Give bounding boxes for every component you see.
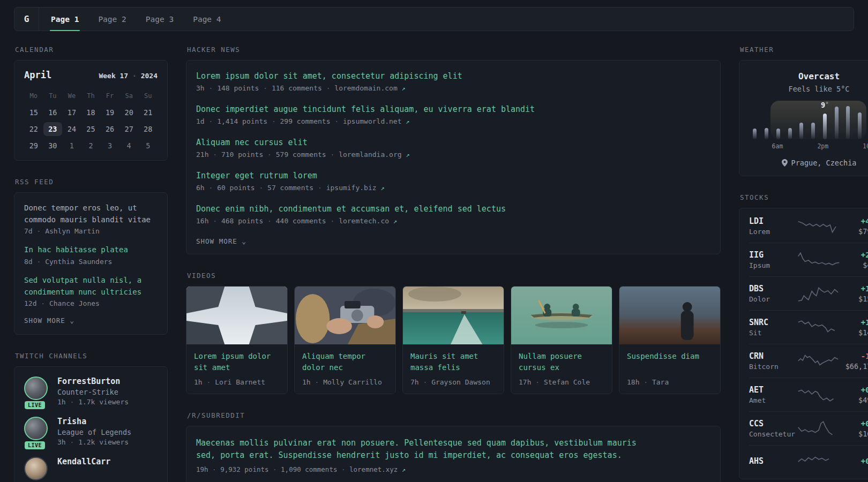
- calendar-day[interactable]: 18: [81, 106, 101, 119]
- calendar-day-next-month[interactable]: 2: [81, 139, 101, 153]
- rss-section-label: RSS FEED: [15, 178, 168, 186]
- video-card[interactable]: Aliquam tempor dolor nec pharetra… 1h · …: [294, 286, 396, 394]
- video-strip: Lorem ipsum dolor sit amet consectetu… 1…: [186, 286, 721, 394]
- story-comments[interactable]: 116 comments: [272, 84, 322, 92]
- story-domain[interactable]: loremtech.co: [339, 217, 389, 225]
- hn-story-title[interactable]: Lorem ipsum dolor sit amet, consectetur …: [196, 71, 710, 81]
- story-domain[interactable]: ipsumworld.net: [343, 117, 402, 125]
- rss-card: Donec tempor eros leo, ut commodo mauris…: [14, 192, 168, 335]
- video-author: Stefan Cole: [544, 378, 590, 386]
- twitch-channel-meta: 3h · 1.2k viewers: [57, 438, 131, 446]
- hn-story-title[interactable]: Donec imperdiet augue tincidunt felis al…: [196, 104, 710, 114]
- tab-page-1[interactable]: Page 1: [51, 7, 79, 31]
- video-title[interactable]: Aliquam tempor dolor nec pharetra…: [302, 351, 388, 373]
- video-card[interactable]: Mauris sit amet massa felis 7h · Grayson…: [402, 286, 504, 394]
- video-card[interactable]: Suspendisse diam 18h · Tara: [619, 286, 721, 394]
- stock-price: $148.64: [841, 328, 868, 337]
- video-card[interactable]: Nullam posuere cursus ex 17h · Stefan Co…: [511, 286, 612, 394]
- calendar-day-next-month[interactable]: 5: [138, 139, 158, 153]
- video-meta: 1h · Lori Barnett: [194, 378, 280, 386]
- app-logo[interactable]: G: [14, 7, 39, 31]
- stock-row[interactable]: CRN Bitcorn -1.00% $66,171.48: [749, 344, 868, 378]
- rss-show-more-button[interactable]: SHOW MORE ⌄: [24, 317, 158, 325]
- stock-row[interactable]: AET Amet +0.92% $499.72: [749, 378, 868, 411]
- calendar-day[interactable]: 27: [119, 122, 139, 136]
- stock-sparkline: [798, 386, 840, 404]
- story-comments[interactable]: 299 comments: [280, 117, 331, 125]
- stock-row[interactable]: CCS Consectetur +0.51% $165.84: [749, 411, 868, 445]
- twitch-channel-row[interactable]: LIVE ForrestBurton Counter-Strike 1h · 1…: [24, 376, 158, 406]
- stock-row[interactable]: SNRC Sit +1.36% $148.64: [749, 310, 868, 344]
- video-title[interactable]: Lorem ipsum dolor sit amet consectetu…: [194, 351, 280, 373]
- story-domain[interactable]: ipsumify.biz: [326, 184, 377, 192]
- calendar-day[interactable]: 19: [100, 106, 119, 119]
- hn-show-more-button[interactable]: SHOW MORE ⌄: [196, 237, 710, 245]
- story-comments[interactable]: 579 comments: [276, 150, 326, 159]
- story-domain[interactable]: loremlandia.org: [339, 150, 401, 159]
- hn-story-title[interactable]: Aliquam nec cursus elit: [196, 138, 710, 147]
- story-comments[interactable]: 440 comments: [276, 217, 326, 225]
- twitch-channel-row[interactable]: KendallCarr: [24, 457, 158, 480]
- weather-card: Overcast Feels like 5°C: [739, 60, 868, 176]
- story-domain[interactable]: loremdomain.com: [334, 84, 397, 92]
- stock-row[interactable]: AHS +0.46%: [749, 445, 868, 478]
- separator-dot: ·: [206, 378, 211, 386]
- stock-ticker: LDI: [749, 216, 798, 226]
- reddit-post-title[interactable]: Maecenas mollis pulvinar erat non posuer…: [196, 437, 641, 462]
- calendar-day[interactable]: 30: [43, 139, 63, 153]
- twitch-channel-name[interactable]: Trisha: [57, 417, 131, 426]
- separator-dot: ·: [70, 398, 74, 406]
- calendar-day[interactable]: 28: [138, 122, 158, 136]
- calendar-day[interactable]: 29: [24, 139, 43, 153]
- post-comments[interactable]: 1,090 comments: [281, 465, 337, 473]
- weather-location[interactable]: Prague, Czechia: [749, 159, 868, 167]
- rss-item-title[interactable]: Donec tempor eros leo, ut commodo mauris…: [24, 202, 158, 225]
- calendar-day[interactable]: 21: [138, 106, 158, 119]
- subreddit-widget: /R/SUBREDDIT Maecenas mollis pulvinar er…: [186, 411, 721, 482]
- separator-dot: ·: [423, 378, 427, 386]
- hn-story-title[interactable]: Donec enim nibh, condimentum et accumsan…: [196, 204, 710, 214]
- separator-dot: ·: [213, 217, 217, 225]
- video-title[interactable]: Nullam posuere cursus ex: [519, 351, 604, 373]
- temp-bar: [858, 112, 862, 139]
- stock-row[interactable]: IIG Ipsum +2.84% $42.04: [749, 243, 868, 276]
- stocks-card: LDI Lorem +4.35% $795.18 IIG Ipsum +2.84…: [739, 208, 868, 479]
- video-author: Molly Carrillo: [323, 378, 382, 386]
- tab-page-4[interactable]: Page 4: [193, 7, 221, 31]
- stock-row[interactable]: LDI Lorem +4.35% $795.18: [749, 209, 868, 243]
- twitch-channel-name[interactable]: ForrestBurton: [57, 376, 129, 386]
- twitch-channel-row[interactable]: LIVE Trisha League of Legends 3h · 1.2k …: [24, 417, 158, 446]
- calendar-day-next-month[interactable]: 3: [100, 139, 119, 153]
- calendar-day[interactable]: 17: [62, 106, 81, 119]
- calendar-day[interactable]: 15: [24, 106, 43, 119]
- calendar-day-next-month[interactable]: 4: [119, 139, 139, 153]
- weather-widget: WEATHER Overcast Feels like 5°C: [739, 46, 868, 176]
- calendar-day[interactable]: 26: [100, 122, 119, 136]
- calendar-day[interactable]: 16: [43, 106, 63, 119]
- calendar-day[interactable]: 24: [62, 122, 81, 136]
- stock-change: +0.92%: [841, 386, 868, 394]
- calendar-day-next-month[interactable]: 1: [62, 139, 81, 153]
- rss-item-title[interactable]: In hac habitasse platea: [24, 244, 158, 256]
- post-domain[interactable]: loremnet.xyz: [349, 465, 398, 473]
- story-comments[interactable]: 57 comments: [267, 184, 313, 192]
- hacker-news-section-label: HACKER NEWS: [187, 46, 721, 54]
- external-link-icon: ↗: [406, 151, 409, 159]
- video-title[interactable]: Suspendisse diam: [627, 351, 713, 362]
- top-navigation-bar: G Page 1 Page 2 Page 3 Page 4: [14, 7, 854, 31]
- video-card[interactable]: Lorem ipsum dolor sit amet consectetu… 1…: [186, 286, 288, 394]
- twitch-channel-name[interactable]: KendallCarr: [57, 457, 110, 466]
- hn-story-meta: 21h · 710 points · 579 comments · loreml…: [196, 150, 710, 159]
- left-column: CALENDAR April Week 17 · 2024 Mo Tu We T…: [14, 46, 168, 482]
- rss-item-title[interactable]: Sed volutpat nulla nisl, a condimentum n…: [24, 275, 158, 298]
- tab-page-3[interactable]: Page 3: [146, 7, 174, 31]
- calendar-day[interactable]: 22: [24, 122, 43, 136]
- calendar-day-selected[interactable]: 23: [43, 122, 63, 136]
- hn-story-title[interactable]: Integer eget rutrum lorem: [196, 171, 710, 180]
- tab-page-2[interactable]: Page 2: [98, 7, 126, 31]
- calendar-day[interactable]: 25: [81, 122, 101, 136]
- calendar-day[interactable]: 20: [119, 106, 139, 119]
- video-title[interactable]: Mauris sit amet massa felis: [410, 351, 496, 373]
- stock-change: +0.51%: [841, 419, 868, 428]
- stock-row[interactable]: DBS Dolor +1.42% $156.28: [749, 276, 868, 310]
